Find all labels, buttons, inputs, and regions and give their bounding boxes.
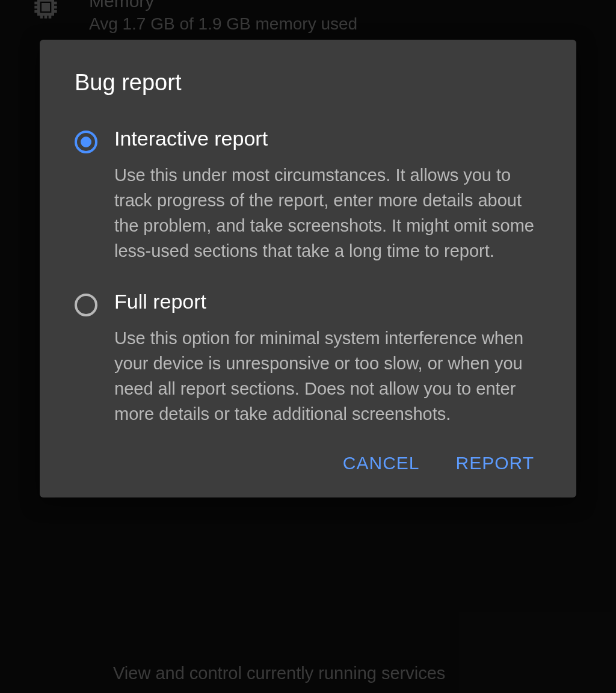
option-title: Full report — [114, 290, 541, 313]
option-full-report[interactable]: Full report Use this option for minimal … — [75, 290, 541, 427]
option-description: Use this option for minimal system inter… — [114, 325, 541, 427]
report-button[interactable]: REPORT — [456, 453, 534, 473]
radio-interactive-selected[interactable] — [75, 131, 97, 153]
dialog-actions: CANCEL REPORT — [75, 453, 541, 473]
cancel-button[interactable]: CANCEL — [343, 453, 420, 473]
dialog-title: Bug report — [75, 70, 541, 96]
option-title: Interactive report — [114, 127, 541, 150]
bug-report-dialog: Bug report Interactive report Use this u… — [40, 40, 576, 497]
radio-full-unselected[interactable] — [75, 294, 97, 316]
option-description: Use this under most circumstances. It al… — [114, 162, 541, 263]
option-interactive-report[interactable]: Interactive report Use this under most c… — [75, 127, 541, 263]
